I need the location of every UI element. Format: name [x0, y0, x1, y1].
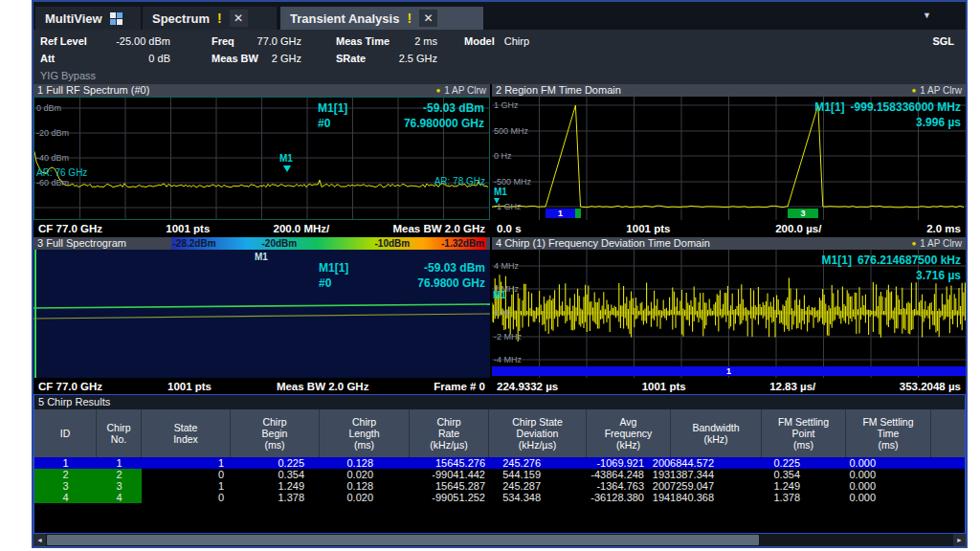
marker-m1-handle[interactable] — [283, 165, 291, 172]
window4-header[interactable]: 4 Chirp (1) Frequency Deviation Time Dom… — [492, 237, 966, 250]
table-cell: 1 — [34, 457, 97, 469]
axis-footer-item: 224.9332 µs — [497, 381, 558, 392]
axis-footer-item: 200.0 µs/ — [775, 223, 821, 234]
table-column-header[interactable]: Chirp Rate (kHz/µs) — [410, 409, 489, 457]
field-att[interactable]: Att 0 dB — [40, 53, 170, 64]
close-icon[interactable]: ✕ — [419, 10, 437, 27]
axis-footer-item: 1001 pts — [166, 223, 210, 234]
chevron-down-icon[interactable]: ▼ — [923, 11, 931, 20]
field-srate[interactable]: SRate 2.5 GHz — [336, 53, 437, 64]
field-meas-bw[interactable]: Meas BW 2 GHz — [212, 53, 301, 64]
close-icon[interactable]: ✕ — [230, 10, 248, 27]
yig-bypass-label: YIG Bypass — [40, 70, 96, 81]
field-freq[interactable]: Freq 77.0 GHz — [212, 35, 301, 47]
y-axis-tick-label: -40 dBm — [36, 153, 69, 163]
field-ref-level[interactable]: Ref Level -25.00 dBm — [40, 35, 170, 47]
table-cell: 1931387.344 — [671, 469, 762, 480]
alert-icon: ! — [217, 11, 222, 26]
table-column-header[interactable]: State Index — [142, 409, 231, 457]
trace-dot-icon: ● — [911, 237, 916, 250]
marker-readout: M1[1]-59.03 dBm #076.9800 GHz — [319, 260, 485, 291]
trace-dot-icon: ● — [435, 84, 440, 97]
window3-axis-footer: CF 77.0 GHz1001 ptsMeas BW 2.0 GHzFrame … — [33, 378, 490, 394]
axis-footer-item: 200.0 MHz/ — [273, 223, 329, 234]
table-row-chirp-1[interactable]: 1110.2250.12815645.276245.276-1069.92120… — [34, 457, 965, 469]
table-title: 5 Chirp Results — [34, 395, 965, 409]
horizontal-scrollbar[interactable]: ◄ ► — [33, 534, 966, 546]
field-value: 2.5 GHz — [399, 53, 437, 64]
tab-spectrum-label: Spectrum — [152, 11, 210, 26]
window1-header[interactable]: 1 Full RF Spectrum (#0) ● 1 AP Clrw — [33, 84, 490, 97]
window1-chart-area[interactable]: M1[1]-59.03 dBm #076.980000 GHz M1 AR: 7… — [33, 97, 490, 220]
marker-readout: M1[1]676.214687500 kHz 3.716 µs — [822, 253, 961, 283]
marker-time: 3.716 µs — [916, 268, 961, 283]
table-cell: 0.000 — [846, 457, 931, 469]
marker-level: -59.03 dBm — [423, 100, 484, 116]
table-column-header[interactable]: Chirp Begin (ms) — [231, 409, 320, 457]
trace-badge: ● 1 AP Clrw — [911, 237, 962, 250]
scrollbar-thumb[interactable] — [47, 535, 759, 545]
table-cell: 245.276 — [489, 457, 587, 469]
field-label: Att — [40, 53, 55, 64]
marker-m1-handle[interactable] — [494, 198, 500, 204]
channel-settings-bar: Ref Level -25.00 dBm Freq 77.0 GHz Meas … — [33, 30, 966, 84]
tab-multiview[interactable]: MultiView — [35, 7, 141, 30]
y-axis-tick-label: 1 GHz — [494, 100, 519, 110]
table-cell: 4 — [34, 492, 97, 503]
table-cell: 0.354 — [231, 469, 320, 480]
scroll-right-arrow-icon[interactable]: ► — [953, 534, 966, 546]
scroll-left-arrow-icon[interactable]: ◄ — [33, 534, 46, 546]
table-cell: 4 — [97, 492, 142, 503]
y-axis-tick-label: 4 MHz — [494, 261, 519, 271]
table-row-chirp-2[interactable]: 2200.3540.020-99041.442544.159-43864.248… — [34, 469, 965, 480]
chirp-region-bar-1[interactable]: 1 — [546, 209, 575, 218]
tab-transient-analysis[interactable]: Transient Analysis ! ✕ — [280, 7, 483, 30]
window4-chart-area[interactable]: M1[1]676.214687500 kHz 3.716 µs M1 1 4 M… — [492, 250, 966, 378]
field-value: 2 ms — [414, 35, 437, 47]
window3-header[interactable]: 3 Full Spectrogram -28.2dBm-20dBm-10dBm-… — [33, 237, 490, 250]
table-column-header[interactable]: FM Settling Time (ms) — [846, 409, 931, 457]
marker-id: M1[1] — [822, 253, 852, 268]
color-scale-label: -10dBm — [375, 237, 411, 250]
table-cell: 534.348 — [489, 492, 587, 503]
field-value: -25.00 dBm — [116, 35, 170, 47]
table-body: 1110.2250.12815645.276245.276-1069.92120… — [34, 457, 965, 503]
table-column-header[interactable]: ID — [34, 409, 97, 457]
table-cell: 1 — [142, 480, 231, 492]
window2-chart-area[interactable]: M1[1]-999.158336000 MHz 3.996 µs M1 1 3 … — [492, 97, 966, 220]
field-label: SRate — [336, 53, 366, 64]
table-cell: 0.000 — [846, 480, 931, 492]
trace-dot-icon: ● — [911, 84, 916, 97]
trace-badge: ● 1 AP Clrw — [435, 84, 486, 97]
table-column-header[interactable]: FM Settling Point (ms) — [762, 409, 846, 457]
table-column-header[interactable]: Bandwidth (kHz) — [671, 409, 762, 457]
table-cell: 0 — [142, 492, 231, 503]
marker-readout: M1[1]-999.158336000 MHz 3.996 µs — [814, 99, 961, 130]
table-column-header[interactable]: Avg Frequency (kHz) — [587, 409, 671, 457]
field-model[interactable]: Model Chirp — [464, 35, 529, 47]
window2-header[interactable]: 2 Region FM Time Domain ● 1 AP Clrw — [492, 84, 966, 97]
chirp-region-bar-full[interactable]: 1 — [492, 366, 966, 376]
table-row-chirp-4[interactable]: 4401.3780.020-99051.252534.348-36128.380… — [34, 492, 965, 503]
table-cell: 0.128 — [320, 457, 410, 469]
table-cell: 0.128 — [320, 480, 410, 492]
table-column-header[interactable]: Chirp Length (ms) — [320, 409, 410, 457]
marker-frequency: 76.9800 GHz — [417, 276, 485, 291]
field-meas-time[interactable]: Meas Time 2 ms — [336, 35, 437, 47]
window-full-spectrogram: 3 Full Spectrogram -28.2dBm-20dBm-10dBm-… — [33, 237, 490, 394]
chirp-region-bar-3[interactable]: 3 — [788, 209, 818, 218]
table-cell: 15645.287 — [410, 480, 489, 492]
table-column-header[interactable]: Chirp State Deviation (kHz/µs) — [489, 409, 587, 457]
table-cell: 0.225 — [762, 457, 846, 469]
window3-title: 3 Full Spectrogram — [37, 237, 171, 250]
chirp-region-bar-2[interactable] — [575, 209, 581, 218]
marker-frame: #0 — [319, 276, 331, 291]
axis-footer-item: Meas BW 2.0 GHz — [392, 223, 485, 234]
axis-footer-item: Frame # 0 — [434, 381, 485, 392]
window3-chart-area[interactable]: M1[1]-59.03 dBm #076.9800 GHz M1 — [33, 250, 490, 378]
channel-tab-bar: MultiView Spectrum ! ✕ Transient Analysi… — [33, 2, 966, 30]
table-column-header[interactable]: Chirp No. — [97, 409, 142, 457]
marker-m1-label: M1 — [279, 153, 293, 164]
table-row-chirp-3[interactable]: 3311.2490.12815645.287245.287-1364.76320… — [34, 480, 965, 492]
tab-spectrum[interactable]: Spectrum ! ✕ — [143, 7, 277, 30]
